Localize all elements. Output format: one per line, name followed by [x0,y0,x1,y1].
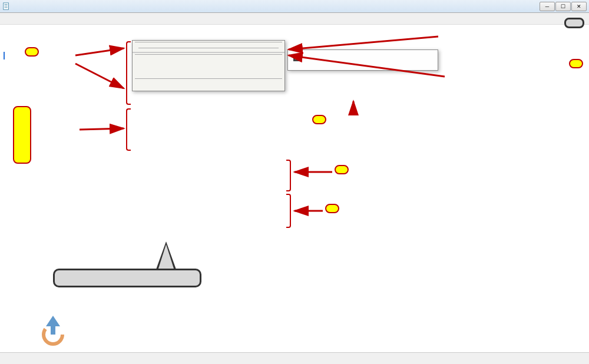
bracket-clipboard [286,160,291,191]
bracket-snippets [126,41,131,105]
callout-control-commands [325,204,339,213]
add-selected-text[interactable] [133,67,284,77]
usecase-pointer [155,241,177,271]
callout-clipboard-history [335,165,349,174]
svg-line-5 [80,128,124,130]
notepad-icon [2,2,11,11]
bracket-commands [286,194,291,228]
watermark-logo-icon [35,311,71,346]
callout-other-snippets [13,106,31,164]
svg-line-4 [75,64,124,88]
minimize-button[interactable]: ─ [540,2,555,11]
maximize-button[interactable]: ☐ [555,2,571,11]
edit-menu-settings[interactable] [133,56,284,67]
callout-special-command [569,59,583,68]
window-controls: ─ ☐ ✕ [540,2,587,11]
usecase-box [53,269,201,287]
separator [135,78,282,79]
editor-selection [4,52,5,59]
callout-text-snippets [25,47,39,57]
clipboard-history-header [133,44,284,52]
twinkiepaste-menu [132,40,285,91]
close-button[interactable]: ✕ [571,2,587,11]
buy-now[interactable] [133,80,284,91]
separator [135,54,282,55]
watermark [35,311,583,346]
menubar [0,13,589,25]
bracket-submenu [126,108,131,151]
callout-menu-title [564,18,584,28]
separator [135,42,282,42]
clipboard-section [133,52,284,53]
titlebar: ─ ☐ ✕ [0,0,589,13]
snippet-tooltip [287,49,438,71]
execute-icon [293,54,301,62]
statusbar [0,352,589,364]
tooltip-header [293,54,433,62]
callout-tooltip [312,115,326,124]
